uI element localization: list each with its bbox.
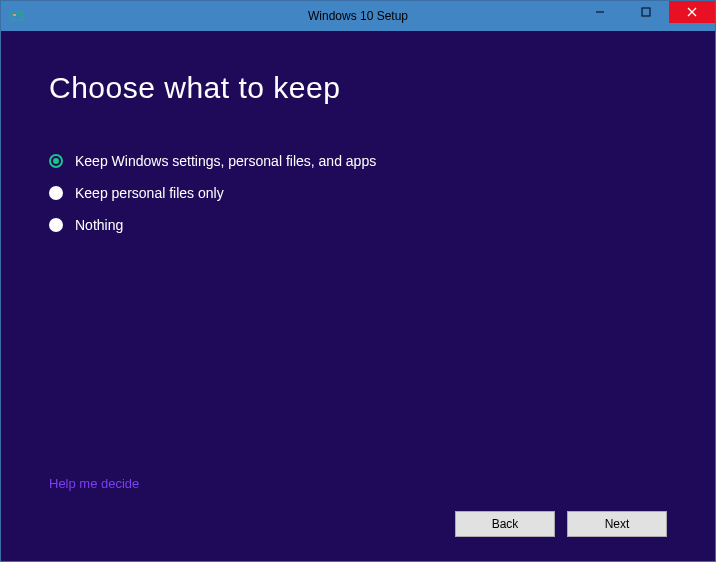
svg-rect-1 [13, 14, 16, 16]
close-button[interactable] [669, 1, 715, 23]
option-label: Keep personal files only [75, 185, 224, 201]
window-title: Windows 10 Setup [308, 9, 408, 23]
button-row: Back Next [49, 511, 667, 537]
radio-icon [49, 154, 63, 168]
radio-icon [49, 218, 63, 232]
option-label: Nothing [75, 217, 123, 233]
window-controls [577, 1, 715, 23]
app-icon [9, 8, 25, 24]
options-group: Keep Windows settings, personal files, a… [49, 153, 667, 233]
option-keep-files[interactable]: Keep personal files only [49, 185, 667, 201]
titlebar: Windows 10 Setup [1, 1, 715, 31]
maximize-button[interactable] [623, 1, 669, 23]
svg-rect-4 [642, 8, 650, 16]
help-link[interactable]: Help me decide [49, 476, 667, 491]
option-keep-all[interactable]: Keep Windows settings, personal files, a… [49, 153, 667, 169]
option-label: Keep Windows settings, personal files, a… [75, 153, 376, 169]
svg-rect-2 [17, 14, 21, 15]
svg-rect-0 [11, 12, 23, 20]
page-heading: Choose what to keep [49, 71, 667, 105]
content-area: Choose what to keep Keep Windows setting… [1, 31, 715, 561]
option-nothing[interactable]: Nothing [49, 217, 667, 233]
back-button[interactable]: Back [455, 511, 555, 537]
radio-icon [49, 186, 63, 200]
minimize-button[interactable] [577, 1, 623, 23]
next-button[interactable]: Next [567, 511, 667, 537]
